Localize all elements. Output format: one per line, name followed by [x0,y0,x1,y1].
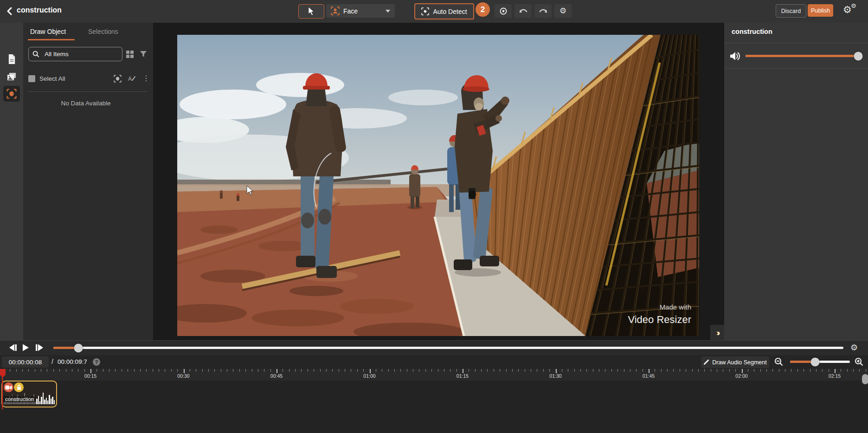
gear-small-icon: ⚙ [851,3,856,9]
publish-button[interactable]: Publish [808,4,833,17]
watermark-line2: Video Resizer [628,314,691,325]
gear-icon: ⚙ [850,343,858,352]
volume-slider[interactable] [746,55,858,57]
redo-button[interactable] [534,4,552,18]
grid-icon [126,51,134,58]
media-icon [6,72,17,81]
target-button[interactable] [495,4,512,18]
tab-selections[interactable]: Selections [88,28,118,35]
playhead-line [2,376,3,409]
label-pen-icon: A [128,75,136,83]
divider [724,43,868,43]
discard-button[interactable]: Discard [776,4,806,18]
video-canvas-area: Made with Video Resizer ›› [153,23,724,340]
auto-detect-button[interactable]: Auto Detect [414,3,474,19]
volume-row [724,46,868,67]
volume-fill [746,55,858,57]
auto-detect-icon [421,7,429,15]
app-root: { "header": { "title": "construction", "… [0,0,868,433]
face-dropdown-value: Face [343,7,386,15]
timeline-clip[interactable]: construction [1,381,57,407]
tab-draw-object[interactable]: Draw Object [30,28,66,35]
active-tab-underline [28,39,75,40]
zoom-out-icon [774,357,783,366]
settings-button[interactable]: ⚙ [554,4,572,18]
camera-icon [5,385,12,390]
search-input[interactable] [44,50,110,58]
lock-badge [14,382,24,392]
redo-icon [539,7,548,14]
more-options-button[interactable]: ⋮ [142,74,150,83]
filter-icon [140,51,147,58]
seek-slider[interactable] [53,347,843,349]
detect-object-icon [6,89,17,99]
timeline-zoom-slider[interactable] [790,361,850,363]
playback-controls-bar: ⚙ [0,340,868,355]
cursor-icon [308,7,315,16]
draw-audio-segment-label: Draw Audio Segment [712,359,766,366]
search-icon [32,51,39,58]
playback-settings-button[interactable]: ⚙ [850,343,858,353]
time-separator: / [51,358,53,365]
divider [724,68,868,69]
face-class-dropdown[interactable]: Face [326,4,395,18]
previous-frame-icon [9,344,17,351]
undo-button[interactable] [514,4,532,18]
timeline-zoom-out-button[interactable] [774,357,784,367]
back-chevron-icon [6,7,13,15]
target-icon [499,7,508,15]
play-icon [22,344,29,351]
face-icon [331,6,340,15]
speaker-icon [730,51,742,61]
kebab-icon: ⋮ [142,74,150,82]
total-time-display: 00:00:09:7 [58,358,87,365]
draw-audio-segment-button[interactable]: Draw Audio Segment [701,356,769,368]
help-icon[interactable]: ? [93,358,100,366]
rail-item-media[interactable] [6,71,17,82]
current-time-display: 00:00:00:08 [2,356,49,368]
rail-item-document[interactable] [6,53,17,65]
timeline-scrollbar-thumb[interactable] [862,374,868,384]
timeline-zoom-in-button[interactable] [855,357,864,367]
right-panel: construction [724,23,868,340]
gear-icon: ⚙ [843,5,852,14]
previous-frame-button[interactable] [9,344,19,352]
select-all-checkbox[interactable] [28,75,35,82]
detect-small-icon [114,75,122,83]
timeline-ruler[interactable]: 00:1500:3000:4501:0001:1501:3001:4502:00… [0,369,868,381]
detect-all-button[interactable] [114,75,122,83]
seek-track [53,347,843,349]
auto-detect-label: Auto Detect [433,8,467,15]
select-tool-button[interactable] [298,4,324,19]
video-frame[interactable]: Made with Video Resizer [177,35,699,336]
chevron-down-icon [386,10,390,13]
grid-view-button[interactable] [126,51,134,58]
next-frame-button[interactable] [35,344,45,352]
play-button[interactable] [22,344,32,352]
pen-icon [703,359,709,365]
admin-settings-button[interactable]: ⚙ ⚙ [843,4,859,18]
time-row: 00:00:00:08 / 00:00:09:7 ? Draw Audio Se… [0,355,868,369]
lock-icon [16,384,22,390]
chevron-right-icon: › [717,328,718,338]
volume-thumb[interactable] [854,52,863,60]
back-button[interactable] [4,5,16,17]
search-box[interactable] [28,47,122,61]
expand-right-panel-button[interactable]: ›› [710,325,724,340]
top-bar: construction Face Auto Detect 2 ⚙ Discar… [0,0,868,23]
timeline-track-area[interactable]: construction [0,381,868,433]
seek-thumb[interactable] [74,343,83,352]
video-badge [4,382,13,392]
auto-label-button[interactable]: A [128,75,136,83]
divider [28,91,147,92]
next-frame-icon [35,344,43,351]
zoom-thumb[interactable] [811,357,820,366]
left-panel: Draw Object Selections Select All A ⋮ No… [23,23,153,340]
select-all-row: Select All A ⋮ [28,75,148,84]
left-icon-rail: ‹‹ [0,23,23,340]
document-icon [7,54,16,65]
rail-item-annotate-active[interactable] [3,86,20,102]
empty-state-text: No Data Available [23,100,148,107]
watermark-line1: Made with [660,303,691,311]
filter-button[interactable] [140,51,147,58]
